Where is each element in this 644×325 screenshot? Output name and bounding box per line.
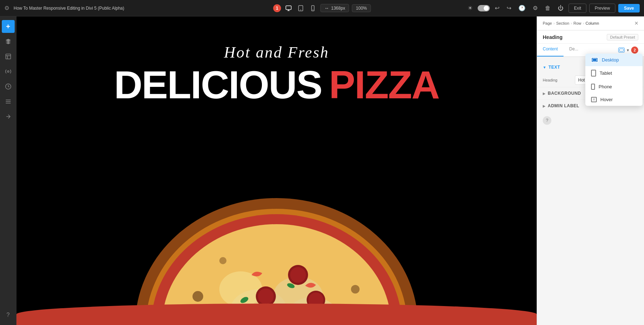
main-layout: + ? Hot and Fresh DELICIOUS — [0, 16, 644, 325]
topbar-center-controls: 1 ↔ 1368px 100% — [273, 4, 371, 13]
sidebar-layers-icon[interactable] — [2, 35, 15, 48]
tablet-view-button[interactable] — [296, 4, 305, 13]
preview-button[interactable]: Preview — [589, 4, 615, 13]
dropdown-arrow: ▼ — [626, 48, 630, 52]
tab-content[interactable]: Content — [537, 44, 564, 56]
settings-button[interactable]: ⚙ — [531, 3, 540, 13]
dropdown-tablet-label: Tablet — [600, 70, 612, 76]
background-section-label: Background — [548, 91, 581, 96]
dropdown-desktop-label: Desktop — [602, 57, 619, 63]
pizza-image — [133, 175, 420, 325]
preset-badge[interactable]: Default Preset — [607, 34, 638, 40]
right-panel: Page › Section › Row › Column × Heading … — [537, 16, 644, 325]
save-button[interactable]: Save — [618, 4, 640, 13]
responsive-dropdown: Desktop Tablet Phone H Hover — [585, 54, 643, 106]
background-section-arrow: ▶ — [543, 92, 546, 95]
hero-white-text: DELICIOUS — [114, 65, 322, 104]
trash-button[interactable]: 🗑 — [543, 4, 553, 13]
responsive-desktop-icon — [618, 48, 625, 53]
svg-point-25 — [258, 289, 274, 304]
sun-icon-button[interactable]: ☀ — [465, 3, 475, 13]
breadcrumb-row[interactable]: Row — [574, 21, 581, 25]
panel-close-button[interactable]: × — [634, 20, 638, 26]
admin-label-section-label: Admin Label — [548, 103, 579, 108]
zoom-display[interactable]: 100% — [352, 4, 371, 12]
hero-section: Hot and Fresh DELICIOUS PIZZA — [16, 16, 537, 325]
panel-title-row: Heading Default Preset — [537, 30, 644, 44]
svg-point-37 — [192, 291, 203, 302]
hover-icon: H — [591, 97, 597, 102]
admin-label-section-arrow: ▶ — [543, 104, 546, 108]
hero-red-text: PIZZA — [329, 65, 439, 104]
power-button[interactable]: ⏻ — [556, 4, 566, 13]
history-button[interactable]: 🕐 — [516, 3, 528, 13]
sidebar-tools-icon[interactable] — [2, 110, 15, 123]
svg-rect-0 — [286, 6, 291, 10]
badge-1[interactable]: 1 — [273, 4, 281, 12]
topbar-right: ☀ ↩ ↪ 🕐 ⚙ 🗑 ⏻ Exit Preview Save — [465, 3, 640, 13]
breadcrumb-section[interactable]: Section — [556, 21, 569, 25]
dropdown-item-desktop[interactable]: Desktop — [585, 54, 643, 66]
svg-point-39 — [219, 257, 226, 264]
tablet-icon — [591, 70, 596, 77]
redo-button[interactable]: ↪ — [504, 3, 513, 13]
text-section-arrow: ▼ — [543, 65, 546, 69]
desktop-icon — [591, 57, 598, 63]
sidebar-settings-icon[interactable] — [2, 95, 15, 108]
page-title: How To Master Responsive Editing in Divi… — [14, 6, 461, 11]
breadcrumb-column[interactable]: Column — [585, 21, 599, 25]
phone-icon — [591, 84, 595, 90]
dropdown-hover-label: Hover — [600, 97, 613, 102]
panel-header: Page › Section › Row › Column × — [537, 16, 644, 30]
dropdown-item-tablet[interactable]: Tablet — [585, 66, 643, 80]
desktop-view-button[interactable] — [284, 4, 293, 13]
svg-point-27 — [290, 267, 306, 283]
theme-toggle-button[interactable] — [478, 5, 490, 11]
help-button[interactable]: ? — [543, 116, 551, 125]
sidebar-modules-icon[interactable] — [2, 65, 15, 78]
dropdown-item-hover[interactable]: H Hover — [585, 93, 643, 106]
sidebar-layout-icon[interactable] — [2, 50, 15, 63]
badge-2: 2 — [631, 46, 638, 54]
hero-main-text: DELICIOUS PIZZA — [114, 65, 439, 104]
gear-icon[interactable]: ⚙ — [4, 5, 9, 11]
canvas: Hot and Fresh DELICIOUS PIZZA — [16, 16, 537, 325]
add-module-button[interactable]: + — [2, 20, 15, 33]
heading-field-label: Heading — [543, 78, 571, 82]
tab-design[interactable]: De... — [564, 44, 584, 56]
sidebar-help-icon[interactable]: ? — [2, 309, 15, 321]
breadcrumb: Page › Section › Row › Column — [543, 21, 599, 25]
dropdown-phone-label: Phone — [599, 84, 612, 89]
width-display[interactable]: ↔ 1368px — [320, 4, 349, 12]
sidebar-history-icon[interactable] — [2, 80, 15, 93]
hero-tagline: Hot and Fresh — [224, 43, 329, 61]
dropdown-item-phone[interactable]: Phone — [585, 80, 643, 93]
red-wave — [16, 304, 537, 325]
svg-point-10 — [7, 71, 9, 73]
panel-module-title: Heading — [543, 34, 562, 40]
svg-point-38 — [351, 285, 360, 294]
mobile-view-button[interactable] — [308, 4, 317, 13]
breadcrumb-page[interactable]: Page — [543, 21, 552, 25]
topbar: ⚙ How To Master Responsive Editing in Di… — [0, 0, 644, 16]
undo-button[interactable]: ↩ — [493, 3, 502, 13]
left-sidebar: + ? — [0, 16, 16, 325]
svg-rect-7 — [6, 54, 11, 59]
exit-button[interactable]: Exit — [569, 4, 586, 13]
text-section-label: Text — [548, 65, 560, 70]
